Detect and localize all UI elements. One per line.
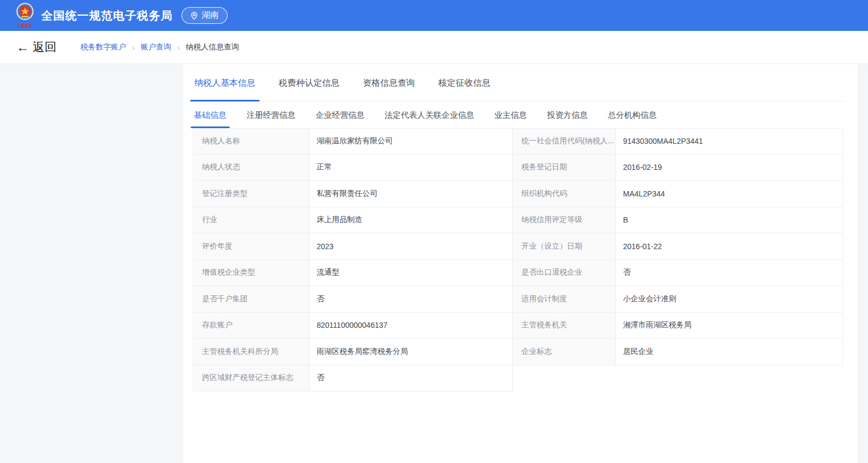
breadcrumb-bar: ← 返回 税务数字账户 › 账户查询 › 纳税人信息查询 — [0, 31, 868, 64]
info-label: 纳税人状态 — [193, 155, 310, 181]
location-label: 湖南 — [202, 10, 219, 21]
breadcrumb-item-current: 纳税人信息查询 — [186, 42, 239, 52]
app-title: 全国统一规范电子税务局 — [41, 8, 173, 23]
info-value: 否 — [310, 365, 513, 392]
info-label: 是否千户集团 — [193, 286, 310, 313]
info-value: 雨湖区税务局窑湾税务分局 — [310, 339, 513, 365]
empty-cell — [616, 365, 843, 392]
subtab-head-branch-info[interactable]: 总分机构信息 — [607, 109, 658, 128]
info-value: 2016-02-19 — [616, 155, 843, 181]
location-pin-icon — [190, 11, 198, 20]
sub-tab-bar: 基础信息 注册经营信息 企业经营信息 法定代表人关联企业信息 业主信息 投资方信… — [193, 109, 843, 128]
info-value: 小企业会计准则 — [616, 286, 843, 313]
subtab-investor-info[interactable]: 投资方信息 — [546, 109, 589, 128]
back-arrow-icon: ← — [16, 41, 29, 54]
info-label: 税务登记日期 — [513, 155, 616, 181]
info-label: 企业标志 — [513, 339, 616, 365]
content-panel: 纳税人基本信息 税费种认定信息 资格信息查询 核定征收信息 基础信息 注册经营信… — [183, 64, 857, 463]
taxpayer-info-table: 纳税人名称 湖南温欣家纺有限公司 统一社会信用代码(纳税人... 9143030… — [193, 128, 843, 391]
location-selector[interactable]: 湖南 — [181, 7, 228, 24]
tab-qualification-query[interactable]: 资格信息查询 — [361, 76, 417, 101]
breadcrumb-item-account-query[interactable]: 账户查询 — [141, 42, 171, 52]
subtab-registration-business[interactable]: 注册经营信息 — [246, 109, 297, 128]
info-label: 纳税信用评定等级 — [513, 207, 616, 234]
info-label: 是否出口退税企业 — [513, 260, 616, 287]
info-value: 否 — [616, 260, 843, 287]
subtab-legal-rep-related[interactable]: 法定代表人关联企业信息 — [383, 109, 475, 128]
info-value: 2023 — [310, 233, 513, 260]
page-background: 纳税人基本信息 税费种认定信息 资格信息查询 核定征收信息 基础信息 注册经营信… — [0, 64, 868, 463]
info-value: MA4L2P344 — [616, 181, 843, 207]
info-label: 纳税人名称 — [193, 128, 310, 155]
info-label: 登记注册类型 — [193, 181, 310, 207]
info-label: 增值税企业类型 — [193, 260, 310, 287]
tab-taxpayer-basic-info[interactable]: 纳税人基本信息 — [193, 76, 257, 101]
info-label: 适用会计制度 — [513, 286, 616, 313]
info-value: 82011100000046137 — [310, 313, 513, 339]
info-label: 跨区域财产税登记主体标志 — [193, 365, 310, 392]
info-value: 居民企业 — [616, 339, 843, 365]
info-label: 统一社会信用代码(纳税人... — [513, 128, 616, 155]
national-emblem-logo: 中国税务 — [14, 3, 36, 28]
info-value: 91430300MA4L2P3441 — [616, 128, 843, 155]
info-label: 开业（设立）日期 — [513, 233, 616, 260]
info-label: 行业 — [193, 207, 310, 234]
info-value: 否 — [310, 286, 513, 313]
subtab-basic-info[interactable]: 基础信息 — [193, 109, 228, 128]
breadcrumb-separator-icon: › — [177, 43, 180, 52]
subtab-owner-info[interactable]: 业主信息 — [493, 109, 528, 128]
breadcrumb-item-digital-account[interactable]: 税务数字账户 — [80, 42, 126, 52]
main-tab-bar: 纳税人基本信息 税费种认定信息 资格信息查询 核定征收信息 — [193, 76, 843, 102]
breadcrumb: 税务数字账户 › 账户查询 › 纳税人信息查询 — [80, 42, 239, 52]
info-value: 床上用品制造 — [310, 207, 513, 234]
subtab-enterprise-business[interactable]: 企业经营信息 — [315, 109, 366, 128]
info-value: 正常 — [310, 155, 513, 181]
tab-tax-type-recognition[interactable]: 税费种认定信息 — [277, 76, 341, 101]
empty-cell — [513, 365, 616, 392]
info-value: 流通型 — [310, 260, 513, 287]
info-label: 存款账户 — [193, 313, 310, 339]
info-value: 湖南温欣家纺有限公司 — [310, 128, 513, 155]
info-label: 主管税务机关 — [513, 313, 616, 339]
info-value: 私营有限责任公司 — [310, 181, 513, 207]
breadcrumb-separator-icon: › — [132, 43, 135, 52]
back-label: 返回 — [33, 39, 56, 55]
app-header: 中国税务 全国统一规范电子税务局 湖南 — [0, 0, 868, 31]
tab-assessed-collection[interactable]: 核定征收信息 — [437, 76, 492, 101]
info-label: 主管税务机关科所分局 — [193, 339, 310, 365]
back-button[interactable]: ← 返回 — [16, 39, 56, 55]
logo-caption: 中国税务 — [17, 23, 33, 28]
info-value: 湘潭市雨湖区税务局 — [616, 313, 843, 339]
national-emblem-icon — [15, 3, 35, 24]
info-label: 评价年度 — [193, 233, 310, 260]
info-value: B — [616, 207, 843, 234]
info-value: 2016-01-22 — [616, 233, 843, 260]
info-label: 组织机构代码 — [513, 181, 616, 207]
